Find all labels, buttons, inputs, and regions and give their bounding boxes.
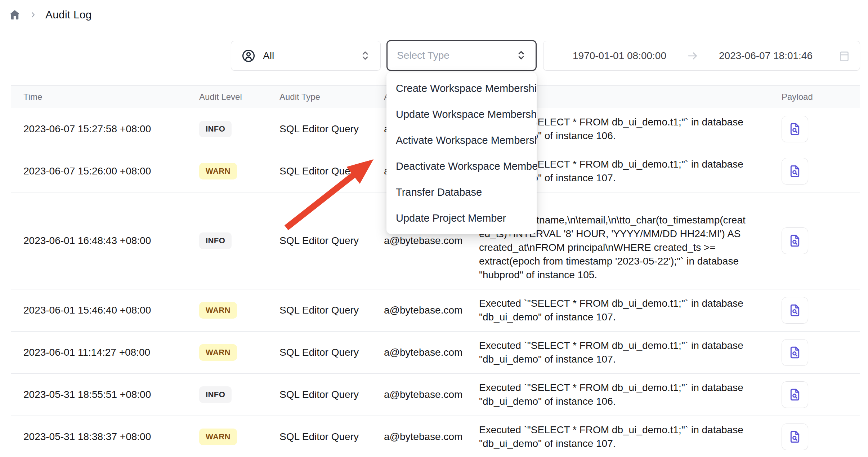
audit-type-cell: SQL Editor Query: [279, 235, 384, 247]
type-option[interactable]: Deactivate Workspace Membership: [386, 153, 537, 179]
page-title: Audit Log: [45, 9, 92, 21]
comment-cell: Executed `"SELECT * FROM db_ui_demo.t1;"…: [479, 289, 782, 331]
column-header: Time: [23, 86, 199, 108]
type-dropdown-menu: Create Workspace MembershipUpdate Worksp…: [386, 72, 537, 234]
view-payload-button[interactable]: [782, 116, 808, 142]
arrow-right-icon: [686, 49, 699, 62]
file-search-icon: [788, 122, 802, 136]
audit-level-badge: INFO: [199, 121, 232, 137]
audit-level-cell: WARN: [199, 302, 279, 319]
file-search-icon: [788, 234, 802, 248]
view-payload-button[interactable]: [782, 158, 808, 185]
table-row: 2023-05-31 18:55:51 +08:00INFOSQL Editor…: [11, 374, 860, 416]
audit-type-cell: SQL Editor Query: [279, 431, 384, 443]
audit-level-cell: WARN: [199, 429, 279, 445]
column-header: Payload: [782, 86, 860, 108]
audit-level-badge: INFO: [199, 232, 232, 249]
type-option[interactable]: Activate Workspace Membership: [386, 127, 537, 153]
audit-level-badge: WARN: [199, 302, 237, 319]
payload-cell: [782, 381, 860, 408]
home-icon[interactable]: [9, 9, 21, 21]
column-header: Audit Type: [279, 86, 384, 108]
file-search-icon: [788, 387, 802, 402]
chevron-up-down-icon: [360, 50, 370, 62]
actor-cell: a@bytebase.com: [384, 389, 479, 400]
audit-level-cell: WARN: [199, 163, 279, 179]
view-payload-button[interactable]: [782, 339, 808, 366]
type-option[interactable]: Update Workspace Membership: [386, 101, 537, 127]
time-cell: 2023-06-01 15:46:40 +08:00: [23, 305, 199, 316]
audit-level-badge: WARN: [199, 163, 237, 179]
view-payload-button[interactable]: [782, 297, 808, 324]
payload-cell: [782, 158, 860, 185]
audit-type-cell: SQL Editor Query: [279, 305, 384, 316]
audit-type-cell: SQL Editor Query: [279, 389, 384, 400]
actor-filter-select[interactable]: All: [231, 41, 381, 71]
file-search-icon: [788, 164, 802, 178]
payload-cell: [782, 339, 860, 366]
audit-level-cell: INFO: [199, 386, 279, 403]
file-search-icon: [788, 430, 802, 444]
actor-filter-value: All: [263, 50, 274, 62]
person-circle-icon: [241, 49, 256, 63]
comment-cell: Executed `"SELECT * FROM db_ui_demo.t1;"…: [479, 374, 782, 416]
time-cell: 2023-06-01 16:48:43 +08:00: [23, 235, 199, 247]
time-cell: 2023-06-07 15:26:00 +08:00: [23, 165, 199, 177]
date-range-end[interactable]: 2023-06-07 18:01:46: [699, 50, 832, 62]
payload-cell: [782, 227, 860, 254]
time-cell: 2023-06-01 11:14:27 +08:00: [23, 347, 199, 358]
actor-cell: a@bytebase.com: [384, 235, 479, 247]
date-range-picker[interactable]: 1970-01-01 08:00:00 2023-06-07 18:01:46: [543, 41, 860, 71]
date-range-start[interactable]: 1970-01-01 08:00:00: [553, 50, 686, 62]
audit-type-cell: SQL Editor Query: [279, 123, 384, 135]
calendar-icon: [838, 50, 850, 62]
column-header: Audit Level: [199, 86, 279, 108]
audit-level-cell: INFO: [199, 232, 279, 249]
chevron-right-icon: [30, 11, 37, 18]
payload-cell: [782, 116, 860, 142]
file-search-icon: [788, 345, 802, 360]
payload-cell: [782, 297, 860, 324]
audit-level-cell: INFO: [199, 121, 279, 137]
comment-cell: Executed `"SELECT * FROM db_ui_demo.t1;"…: [479, 416, 782, 457]
audit-level-badge: INFO: [199, 386, 232, 403]
actor-cell: a@bytebase.com: [384, 431, 479, 443]
time-cell: 2023-05-31 18:55:51 +08:00: [23, 389, 199, 400]
audit-type-cell: SQL Editor Query: [279, 347, 384, 358]
audit-type-cell: SQL Editor Query: [279, 165, 384, 177]
time-cell: 2023-05-31 18:38:37 +08:00: [23, 431, 199, 443]
type-filter-placeholder: Select Type: [397, 50, 449, 61]
time-cell: 2023-06-07 15:27:58 +08:00: [23, 123, 199, 135]
audit-level-badge: WARN: [199, 429, 237, 445]
payload-cell: [782, 423, 860, 450]
type-option[interactable]: Create Workspace Membership: [386, 75, 537, 101]
audit-level-badge: WARN: [199, 344, 237, 361]
breadcrumb: Audit Log: [9, 9, 92, 21]
view-payload-button[interactable]: [782, 381, 808, 408]
chevron-up-down-icon: [516, 50, 526, 61]
type-filter-select[interactable]: Select Type: [386, 40, 537, 71]
table-row: 2023-05-31 18:38:37 +08:00WARNSQL Editor…: [11, 416, 860, 457]
audit-level-cell: WARN: [199, 344, 279, 361]
actor-cell: a@bytebase.com: [384, 347, 479, 358]
type-option[interactable]: Transfer Database: [386, 179, 537, 205]
comment-cell: Executed `"SELECT * FROM db_ui_demo.t1;"…: [479, 332, 782, 373]
table-row: 2023-06-01 15:46:40 +08:00WARNSQL Editor…: [11, 289, 860, 332]
view-payload-button[interactable]: [782, 423, 808, 450]
actor-cell: a@bytebase.com: [384, 305, 479, 316]
table-row: 2023-06-01 11:14:27 +08:00WARNSQL Editor…: [11, 332, 860, 374]
file-search-icon: [788, 303, 802, 318]
view-payload-button[interactable]: [782, 227, 808, 254]
audit-log-page: Audit Log All Select Type 1970-01-01 08:…: [0, 0, 868, 457]
type-option[interactable]: Update Project Member: [386, 205, 537, 231]
